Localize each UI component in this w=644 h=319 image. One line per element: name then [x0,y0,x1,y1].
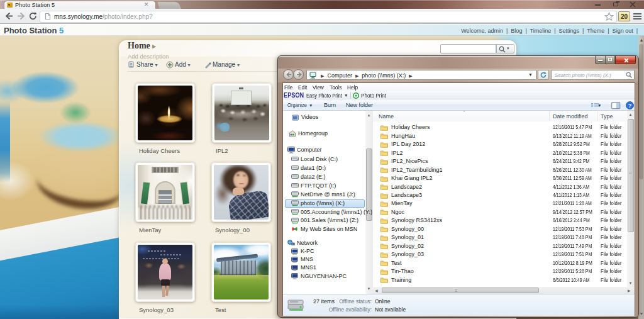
svg-text:?: ? [628,103,632,109]
